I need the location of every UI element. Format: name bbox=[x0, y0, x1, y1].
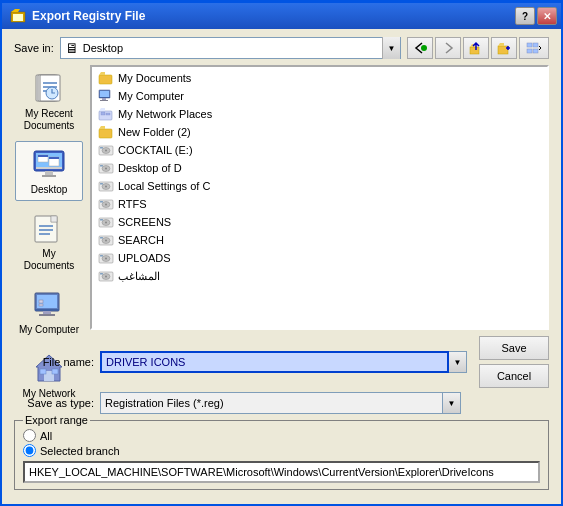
save-as-type-dropdown-arrow[interactable]: ▼ bbox=[443, 392, 461, 414]
forward-button[interactable] bbox=[435, 37, 461, 59]
folder-icon bbox=[98, 124, 114, 140]
sidebar-item-desktop-label: Desktop bbox=[31, 184, 68, 196]
save-in-dropdown[interactable]: 🖥 Desktop ▼ bbox=[60, 37, 401, 59]
file-list-container[interactable]: My Documents M bbox=[90, 65, 549, 330]
sidebar-item-my-documents[interactable]: My Documents bbox=[15, 205, 83, 277]
save-as-type-label: Save as type: bbox=[14, 397, 94, 409]
all-radio-label[interactable]: All bbox=[40, 430, 52, 442]
my-computer-icon bbox=[31, 286, 67, 322]
svg-point-56 bbox=[105, 168, 107, 170]
svg-point-52 bbox=[105, 150, 107, 152]
file-name-input[interactable] bbox=[100, 351, 449, 373]
new-folder-button[interactable] bbox=[491, 37, 517, 59]
all-radio[interactable] bbox=[23, 429, 36, 442]
save-in-icon: 🖥 bbox=[65, 40, 79, 56]
svg-rect-32 bbox=[35, 309, 59, 311]
svg-point-60 bbox=[105, 186, 107, 188]
list-item[interactable]: Desktop of D bbox=[94, 159, 545, 177]
close-button[interactable]: ✕ bbox=[537, 7, 557, 25]
selected-branch-radio-label[interactable]: Selected branch bbox=[40, 445, 120, 457]
list-item[interactable]: RTFS bbox=[94, 195, 545, 213]
save-as-type-row: Save as type: ▼ bbox=[14, 392, 549, 414]
svg-point-2 bbox=[421, 45, 427, 51]
all-radio-row: All bbox=[23, 429, 540, 442]
list-item-name: Desktop of D bbox=[118, 162, 182, 174]
sidebar-item-recent-label: My Recent Documents bbox=[18, 108, 80, 132]
cancel-button[interactable]: Cancel bbox=[479, 364, 549, 388]
svg-rect-1 bbox=[13, 14, 23, 21]
svg-rect-33 bbox=[43, 311, 51, 314]
svg-rect-5 bbox=[527, 43, 532, 47]
sidebar-item-my-computer[interactable]: My Computer bbox=[15, 281, 83, 341]
svg-rect-69 bbox=[100, 219, 103, 221]
radio-group: All Selected branch bbox=[23, 429, 540, 457]
svg-point-64 bbox=[105, 204, 107, 206]
drive-icon bbox=[98, 232, 114, 248]
list-item[interactable]: My Computer bbox=[94, 87, 545, 105]
svg-rect-48 bbox=[106, 113, 110, 115]
list-item-name: My Network Places bbox=[118, 108, 212, 120]
list-item[interactable]: المشاغب bbox=[94, 267, 545, 285]
list-item-name: RTFS bbox=[118, 198, 147, 210]
svg-rect-21 bbox=[49, 157, 59, 159]
svg-rect-57 bbox=[100, 165, 103, 167]
svg-rect-65 bbox=[100, 201, 103, 203]
svg-rect-35 bbox=[39, 300, 43, 303]
list-item[interactable]: My Network Places bbox=[94, 105, 545, 123]
sidebar: My Recent Documents bbox=[14, 65, 84, 330]
svg-rect-49 bbox=[99, 129, 112, 138]
svg-rect-44 bbox=[102, 98, 106, 100]
svg-rect-24 bbox=[42, 175, 56, 177]
branch-path-input[interactable] bbox=[23, 461, 540, 483]
svg-rect-40 bbox=[99, 75, 112, 84]
save-as-type-input-area: ▼ bbox=[100, 392, 461, 414]
list-item[interactable]: SEARCH bbox=[94, 231, 545, 249]
views-button[interactable] bbox=[519, 37, 549, 59]
svg-rect-73 bbox=[100, 237, 103, 239]
list-item[interactable]: My Documents bbox=[94, 69, 545, 87]
svg-rect-8 bbox=[533, 49, 538, 53]
drive-icon bbox=[98, 268, 114, 284]
list-item-name: My Documents bbox=[118, 72, 191, 84]
sidebar-item-desktop[interactable]: Desktop bbox=[15, 141, 83, 201]
svg-rect-19 bbox=[38, 155, 48, 157]
up-folder-button[interactable] bbox=[463, 37, 489, 59]
help-button[interactable]: ? bbox=[515, 7, 535, 25]
drive-icon bbox=[98, 214, 114, 230]
svg-rect-43 bbox=[99, 97, 110, 98]
save-in-value: Desktop bbox=[83, 42, 378, 54]
svg-rect-77 bbox=[100, 255, 103, 257]
export-range: Export range All Selected branch bbox=[14, 420, 549, 490]
svg-rect-4 bbox=[498, 46, 508, 54]
save-as-type-input bbox=[100, 392, 443, 414]
file-name-dropdown-arrow[interactable]: ▼ bbox=[449, 351, 467, 373]
list-item-name: SCREENS bbox=[118, 216, 171, 228]
list-item[interactable]: COCKTAIL (E:) bbox=[94, 141, 545, 159]
title-bar: Export Registry File ? ✕ bbox=[2, 3, 561, 29]
list-item-name: My Computer bbox=[118, 90, 184, 102]
list-item[interactable]: SCREENS bbox=[94, 213, 545, 231]
list-item[interactable]: New Folder (2) bbox=[94, 123, 545, 141]
dialog-content: Save in: 🖥 Desktop ▼ bbox=[2, 29, 561, 504]
sidebar-item-recent-documents[interactable]: My Recent Documents bbox=[15, 65, 83, 137]
selected-branch-radio[interactable] bbox=[23, 444, 36, 457]
list-item[interactable]: Local Settings of C bbox=[94, 177, 545, 195]
drive-icon bbox=[98, 196, 114, 212]
title-bar-controls: ? ✕ bbox=[515, 7, 557, 25]
list-item-name: SEARCH bbox=[118, 234, 164, 246]
file-name-label: File name: bbox=[14, 356, 94, 368]
dialog-window: Export Registry File ? ✕ Save in: 🖥 Desk… bbox=[0, 0, 563, 506]
back-button[interactable] bbox=[407, 37, 433, 59]
save-in-dropdown-arrow[interactable]: ▼ bbox=[382, 37, 400, 59]
drive-icon bbox=[98, 142, 114, 158]
drive-icon bbox=[98, 250, 114, 266]
save-button[interactable]: Save bbox=[479, 336, 549, 360]
list-item[interactable]: UPLOADS bbox=[94, 249, 545, 267]
main-area: My Recent Documents bbox=[14, 65, 549, 330]
folder-docs-icon bbox=[98, 70, 114, 86]
export-range-legend: Export range bbox=[23, 414, 90, 426]
save-cancel-buttons: Save Cancel bbox=[479, 336, 549, 388]
svg-rect-34 bbox=[39, 314, 55, 316]
svg-point-80 bbox=[105, 276, 107, 278]
my-documents-icon bbox=[31, 210, 67, 246]
